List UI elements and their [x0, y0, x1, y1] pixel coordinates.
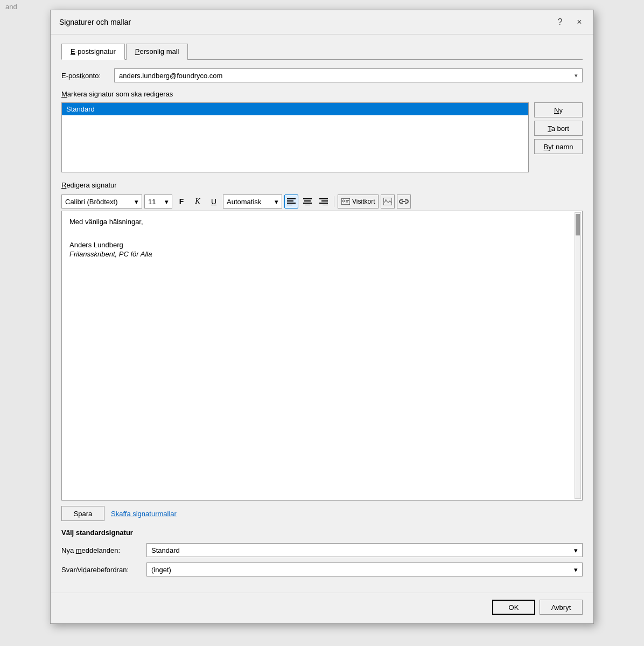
tab-personal-template[interactable]: Personlig mall [126, 44, 188, 60]
rename-signature-label: Byt namn [544, 143, 573, 151]
sig-name: Anders Lundberg [69, 241, 566, 249]
insert-link-button[interactable] [397, 195, 411, 209]
font-size-value: 11 [148, 198, 156, 206]
toolbar-separator [334, 196, 334, 207]
edit-sig-section-label: Redigera signatur [61, 181, 583, 189]
font-select[interactable]: Calibri (Brödtext) [61, 195, 142, 209]
format-toolbar: Calibri (Brödtext) 11 F K U Automatisk [61, 195, 583, 209]
dialog-content: E-postsignatur Personlig mall E-postkont… [51, 34, 593, 593]
sig-editor-content: Med vänliga hälsningar, Anders Lundberg … [69, 218, 575, 258]
sig-title: Frilansskribent, PC för Alla [69, 250, 566, 258]
title-bar: Signaturer och mallar ? × [51, 10, 593, 34]
svg-rect-14 [346, 200, 349, 201]
tab-bar: E-postsignatur Personlig mall [61, 43, 583, 60]
dialog-window: Signaturer och mallar ? × E-postsignatur… [50, 10, 594, 624]
new-messages-row: Nya meddelanden: Standard [61, 543, 583, 557]
color-select[interactable]: Automatisk [223, 195, 282, 209]
replies-label: Svar/vidarebefordran: [61, 566, 142, 574]
sig-list-section-label: Markera signatur som ska redigeras [61, 90, 583, 98]
template-link[interactable]: Skaffa signaturmallar [111, 510, 177, 518]
align-center-button[interactable] [300, 195, 314, 209]
new-messages-label: Nya meddelanden: [61, 546, 142, 554]
signature-editor[interactable]: Med vänliga hälsningar, Anders Lundberg … [61, 211, 583, 501]
svg-rect-8 [319, 198, 328, 199]
email-account-label: E-postkonto: [61, 72, 110, 80]
link-icon [399, 198, 409, 205]
email-account-value: anders.lundberg@foundryco.com [119, 72, 222, 80]
dialog-title: Signaturer och mallar [59, 18, 131, 26]
font-size-chevron [165, 198, 169, 206]
cancel-button[interactable]: Avbryt [540, 600, 583, 615]
help-button[interactable]: ? [552, 15, 568, 30]
scrollbar-thumb[interactable] [576, 214, 580, 235]
svg-rect-2 [287, 203, 296, 204]
font-chevron [135, 198, 138, 206]
email-account-select[interactable]: anders.lundberg@foundryco.com [114, 68, 583, 82]
signature-list[interactable]: Standard [61, 102, 529, 172]
tab-email-signature-label: E-postsignatur [71, 47, 116, 55]
svg-rect-0 [287, 198, 296, 199]
new-signature-label: Ny [554, 106, 563, 114]
svg-rect-6 [303, 203, 312, 204]
default-sig-section-label: Välj standardsignatur [61, 529, 583, 537]
image-icon [383, 198, 392, 205]
bold-button[interactable]: F [174, 195, 188, 209]
sig-blank-line [69, 233, 566, 241]
svg-point-13 [342, 200, 345, 202]
insert-image-button[interactable] [381, 195, 395, 209]
align-left-button[interactable] [284, 195, 298, 209]
visitkort-button[interactable]: Visitkort [338, 195, 379, 209]
svg-rect-9 [321, 200, 328, 202]
replies-row: Svar/vidarebefordran: (inget) [61, 562, 583, 576]
save-button[interactable]: Spara [61, 506, 104, 521]
rename-signature-button[interactable]: Byt namn [534, 139, 583, 154]
close-button[interactable]: × [572, 15, 587, 30]
italic-button[interactable]: K [191, 195, 205, 209]
bottom-bar: Spara Skaffa signaturmallar [61, 506, 583, 521]
scrollbar[interactable] [575, 212, 581, 499]
svg-rect-10 [319, 203, 328, 204]
delete-signature-button[interactable]: Ta bort [534, 121, 583, 136]
font-size-select[interactable]: 11 [144, 195, 172, 209]
replies-value: (inget) [151, 566, 171, 574]
delete-signature-label: Ta bort [548, 124, 569, 133]
align-right-button[interactable] [317, 195, 331, 209]
svg-rect-1 [287, 200, 293, 202]
new-messages-select[interactable]: Standard [146, 543, 583, 557]
svg-rect-15 [346, 202, 348, 203]
color-chevron [275, 198, 278, 206]
replies-chevron [574, 566, 578, 574]
sig-greeting: Med vänliga hälsningar, [69, 218, 566, 226]
svg-rect-7 [305, 205, 310, 205]
visitkort-label: Visitkort [352, 198, 375, 205]
svg-rect-5 [304, 200, 311, 202]
color-value: Automatisk [227, 198, 261, 206]
svg-rect-11 [323, 205, 328, 205]
sig-action-buttons: Ny Ta bort Byt namn [534, 102, 583, 154]
new-signature-button[interactable]: Ny [534, 102, 583, 117]
font-value: Calibri (Brödtext) [65, 198, 118, 206]
sig-list-item[interactable]: Standard [62, 103, 528, 115]
align-right-icon [319, 198, 328, 205]
tab-email-signature[interactable]: E-postsignatur [61, 44, 125, 60]
svg-rect-3 [287, 205, 292, 205]
underline-button[interactable]: U [207, 195, 221, 209]
replies-select[interactable]: (inget) [146, 562, 583, 576]
svg-rect-4 [303, 198, 312, 199]
email-account-row: E-postkonto: anders.lundberg@foundryco.c… [61, 68, 583, 82]
title-bar-controls: ? × [552, 15, 587, 30]
new-messages-chevron [574, 546, 578, 554]
dialog-footer: OK Avbryt [51, 593, 593, 623]
sig-list-area: Standard Ny Ta bort Byt namn [61, 102, 583, 172]
new-messages-value: Standard [151, 546, 180, 554]
align-center-icon [303, 198, 312, 205]
align-left-icon [287, 198, 296, 205]
tab-personal-template-label: Personlig mall [135, 47, 179, 55]
business-card-icon [341, 198, 350, 205]
email-account-chevron [575, 72, 578, 79]
ok-button[interactable]: OK [492, 600, 535, 615]
